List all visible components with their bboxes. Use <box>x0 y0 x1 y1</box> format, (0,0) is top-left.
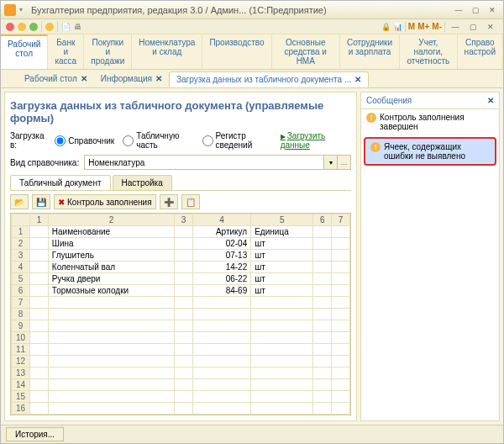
grid-col-header[interactable] <box>12 214 30 226</box>
page-title: Загрузка данных из табличного документа … <box>10 99 351 124</box>
app-icon <box>4 4 16 16</box>
messages-close-icon[interactable]: ✕ <box>487 96 494 105</box>
table-row[interactable]: 3Глушитель07-13шт <box>12 250 350 262</box>
memory-mminus[interactable]: M- <box>432 22 442 31</box>
toolbar-icon[interactable] <box>18 23 26 31</box>
close-button[interactable]: ✕ <box>485 4 500 16</box>
table-row[interactable]: 1НаименованиеАртикулЕдиница <box>12 226 350 238</box>
toolbar-icon[interactable]: 🖶 <box>74 23 81 31</box>
table-row[interactable]: 8 <box>12 309 350 320</box>
subtab[interactable]: Настройка <box>113 175 172 190</box>
load-target-radio[interactable]: Справочник <box>55 131 114 150</box>
memory-m[interactable]: M <box>408 22 415 31</box>
maximize-button[interactable]: ▢ <box>468 4 483 16</box>
section-tab[interactable]: Банк икасса <box>48 34 84 69</box>
inner-close[interactable]: ✕ <box>483 21 498 33</box>
toolbar-icon[interactable] <box>6 23 14 31</box>
ref-type-input[interactable] <box>84 155 324 170</box>
save-file-button[interactable]: 💾 <box>32 194 50 209</box>
section-tab[interactable]: Сотрудникии зарплата <box>340 34 400 69</box>
warning-icon: ! <box>366 113 376 123</box>
toolbar-icon[interactable]: 📄 <box>61 23 71 31</box>
inner-max[interactable]: ▢ <box>465 21 480 33</box>
titlebar: ▾ Бухгалтерия предприятия, редакция 3.0 … <box>1 1 503 19</box>
document-tab[interactable]: Загрузка данных из табличного документа … <box>169 71 369 87</box>
combo-open-icon[interactable]: … <box>338 155 351 170</box>
grid-col-header[interactable]: 5 <box>251 214 313 226</box>
data-grid[interactable]: 12345671НаименованиеАртикулЕдиница2Шина0… <box>10 213 351 415</box>
load-into-label: Загрузка в: <box>10 131 50 150</box>
messages-panel: Сообщения ✕ !Контроль заполнения заверше… <box>360 92 500 421</box>
section-tab[interactable]: Учет, налоги,отчетность <box>400 34 458 69</box>
section-tab[interactable]: Покупки ипродажи <box>84 34 132 69</box>
status-bar: История... <box>1 425 503 443</box>
combo-dropdown-icon[interactable]: ▾ <box>324 155 338 170</box>
load-target-radio[interactable]: Регистр сведений <box>202 131 276 150</box>
toolbar-icon[interactable]: 🔒 <box>381 23 391 31</box>
document-tab[interactable]: Информация✕ <box>94 71 169 87</box>
message-item[interactable]: !Контроль заполнения завершен <box>361 109 499 135</box>
window-title: Бухгалтерия предприятия, редакция 3.0 / … <box>31 5 327 15</box>
section-tab[interactable]: Номенклатураи склад <box>132 34 202 69</box>
table-row[interactable]: 6Тормозные колодки84-69шт <box>12 285 350 297</box>
table-row[interactable]: 2Шина02-04шт <box>12 238 350 250</box>
main-toolbar: 📄 🖶 🔒 📊 M M+ M- — ▢ ✕ <box>1 19 503 34</box>
minimize-button[interactable]: — <box>451 4 466 16</box>
dropdown-icon[interactable]: ▾ <box>19 6 23 13</box>
section-tab[interactable]: Производство <box>202 34 271 69</box>
load-target-radio[interactable]: Табличную часть <box>123 131 193 150</box>
document-tab[interactable]: Рабочий стол✕ <box>18 71 94 87</box>
grid-toolbar: 📂 💾 ✖ Контроль заполнения ➕ 📋 <box>10 191 351 213</box>
paste-button[interactable]: 📋 <box>181 194 200 209</box>
table-row[interactable]: 13 <box>12 367 350 379</box>
memory-mplus[interactable]: M+ <box>417 22 429 31</box>
grid-col-header[interactable]: 6 <box>313 214 332 226</box>
grid-col-header[interactable]: 4 <box>192 214 250 226</box>
ref-type-label: Вид справочника: <box>10 158 79 167</box>
add-row-button[interactable]: ➕ <box>160 194 178 209</box>
warning-icon: ! <box>370 142 381 152</box>
message-item[interactable]: !Ячеек, содержащих ошибки не выявлено <box>364 137 496 166</box>
section-bar: РабочийстолБанк икассаПокупки ипродажиНо… <box>1 34 503 70</box>
tab-close-icon[interactable]: ✕ <box>354 75 361 84</box>
check-fill-button[interactable]: ✖ Контроль заполнения <box>54 194 156 209</box>
tab-close-icon[interactable]: ✕ <box>155 74 162 83</box>
subtab[interactable]: Табличный документ <box>10 175 111 190</box>
section-tab[interactable]: Справонастрой <box>458 34 503 69</box>
table-row[interactable]: 4Коленчатый вал14-22шт <box>12 262 350 273</box>
grid-col-header[interactable]: 2 <box>48 214 174 226</box>
table-row[interactable]: 17 <box>12 415 350 416</box>
table-row[interactable]: 15 <box>12 391 350 403</box>
toolbar-icon[interactable] <box>29 23 38 31</box>
app-window: ▾ Бухгалтерия предприятия, редакция 3.0 … <box>0 0 504 444</box>
tab-close-icon[interactable]: ✕ <box>81 74 87 83</box>
open-file-button[interactable]: 📂 <box>10 194 29 209</box>
table-row[interactable]: 5Ручка двери06-22шт <box>12 273 350 285</box>
table-row[interactable]: 10 <box>12 332 350 344</box>
document-tabs: Рабочий стол✕Информация✕Загрузка данных … <box>1 70 503 88</box>
table-row[interactable]: 11 <box>12 344 350 356</box>
table-row[interactable]: 14 <box>12 379 350 391</box>
load-data-link[interactable]: Загрузить данные <box>281 131 351 150</box>
grid-col-header[interactable]: 1 <box>30 214 49 226</box>
inner-min[interactable]: — <box>448 21 463 33</box>
table-row[interactable]: 16 <box>12 403 350 415</box>
table-row[interactable]: 7 <box>12 297 350 309</box>
grid-col-header[interactable]: 3 <box>175 214 193 226</box>
star-icon[interactable] <box>45 23 54 31</box>
grid-col-header[interactable]: 7 <box>332 214 350 226</box>
messages-title: Сообщения <box>366 96 412 105</box>
section-tab[interactable]: Основныесредства и НМА <box>272 34 340 69</box>
subtab-bar: Табличный документНастройка <box>10 175 351 191</box>
main-panel: Загрузка данных из табличного документа … <box>4 92 357 421</box>
history-button[interactable]: История... <box>6 427 64 441</box>
table-row[interactable]: 9 <box>12 320 350 332</box>
table-row[interactable]: 12 <box>12 356 350 367</box>
section-tab[interactable]: Рабочийстол <box>1 34 48 69</box>
toolbar-icon[interactable]: 📊 <box>393 23 402 31</box>
